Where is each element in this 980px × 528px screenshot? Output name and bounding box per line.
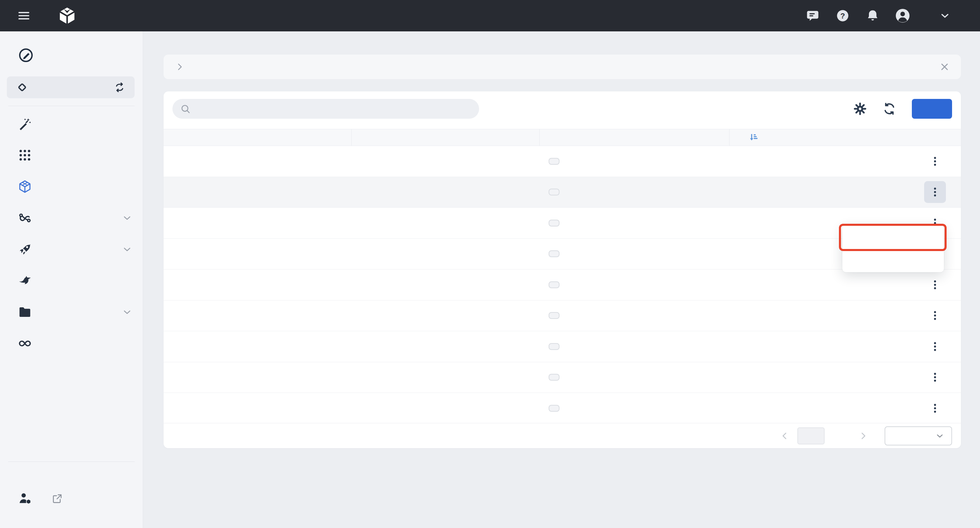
row-actions-button[interactable]	[924, 397, 946, 419]
pipeline-icon	[18, 211, 32, 225]
user-cube-icon	[18, 491, 33, 506]
wand-icon	[18, 116, 32, 131]
chevron-down-icon	[122, 244, 132, 255]
sidebar-footer	[0, 461, 143, 528]
refresh-icon[interactable]	[883, 102, 896, 116]
table-row[interactable]	[164, 393, 961, 424]
workbench-icon	[18, 47, 34, 64]
sidebar-item-project-management[interactable]	[0, 297, 143, 328]
close-icon[interactable]	[939, 61, 950, 72]
daocloud-logo	[57, 6, 83, 26]
toolbar	[164, 91, 961, 119]
pagination	[780, 426, 952, 445]
page-size-select[interactable]	[885, 426, 952, 445]
table-row[interactable]	[164, 239, 961, 270]
row-actions-button[interactable]	[924, 181, 946, 203]
grid-icon	[18, 148, 32, 162]
svg-text:?: ?	[840, 11, 845, 20]
sidebar-item-overview[interactable]	[0, 139, 143, 171]
label-tag	[549, 374, 560, 381]
table-row[interactable]	[164, 177, 961, 208]
search-input-wrap[interactable]	[172, 99, 479, 119]
workbench-header	[0, 31, 143, 64]
row-actions-button[interactable]	[924, 336, 946, 357]
gear-icon[interactable]	[853, 102, 867, 116]
label-tag	[549, 343, 560, 350]
label-tag	[549, 188, 560, 195]
menu-item-quota[interactable]	[842, 228, 944, 248]
menu-icon[interactable]	[13, 5, 35, 27]
column-header-cluster[interactable]	[351, 129, 539, 146]
table-row[interactable]	[164, 362, 961, 393]
label-tag	[549, 312, 560, 319]
row-actions-button[interactable]	[924, 150, 946, 172]
chevron-down-icon[interactable]	[937, 8, 953, 24]
chevron-right-icon	[175, 62, 185, 72]
daocloud-logo-icon	[57, 6, 77, 26]
row-actions-button[interactable]	[924, 366, 946, 388]
label-tag	[549, 405, 560, 412]
search-icon	[180, 103, 191, 114]
table-row[interactable]	[164, 146, 961, 177]
cell-labels	[539, 220, 729, 227]
next-page-icon[interactable]	[858, 431, 868, 441]
table-row[interactable]	[164, 331, 961, 362]
column-header-labels[interactable]	[539, 129, 729, 146]
workspace-icon	[16, 81, 29, 94]
table-row[interactable]	[164, 300, 961, 332]
cell-labels	[539, 343, 729, 350]
label-tag	[549, 158, 560, 165]
workspace-switcher[interactable]	[7, 77, 135, 98]
cell-labels	[539, 405, 729, 412]
menu-item-edit-labels[interactable]	[842, 248, 944, 269]
bird-icon	[18, 274, 32, 288]
column-header-created[interactable]	[729, 129, 887, 146]
cell-labels	[539, 374, 729, 381]
sort-descending-icon[interactable]	[748, 132, 759, 143]
label-tag	[549, 281, 560, 288]
row-actions-button[interactable]	[924, 305, 946, 326]
sidebar-item-wizard[interactable]	[0, 108, 143, 139]
platform-role-label	[0, 462, 143, 476]
breadcrumb	[164, 54, 961, 79]
table-body	[164, 146, 961, 424]
sidebar-item-pipelines[interactable]	[0, 202, 143, 234]
row-actions-button[interactable]	[924, 274, 946, 296]
avatar-icon[interactable]	[895, 8, 910, 24]
row-context-menu	[842, 225, 944, 272]
chevron-down-icon	[122, 212, 132, 223]
table-footer	[164, 423, 961, 448]
bell-icon[interactable]	[865, 8, 880, 24]
create-button[interactable]	[912, 99, 952, 119]
column-header-name[interactable]	[164, 129, 351, 146]
label-tag	[549, 220, 560, 227]
chevron-down-icon	[122, 306, 132, 317]
sidebar-item-workbench-management[interactable]	[0, 476, 143, 506]
table-row[interactable]	[164, 270, 961, 300]
cube-icon	[18, 179, 32, 194]
label-tag	[549, 250, 560, 257]
table-row[interactable]	[164, 208, 961, 239]
message-icon[interactable]	[805, 8, 821, 24]
swap-icon[interactable]	[113, 81, 126, 94]
prev-page-icon[interactable]	[780, 431, 790, 441]
namespace-card	[164, 91, 961, 448]
page-number-input[interactable]	[797, 428, 825, 444]
sidebar-item-gray-release[interactable]	[0, 265, 143, 297]
cell-labels	[539, 312, 729, 319]
column-header-actions	[887, 129, 961, 146]
infinity-icon	[18, 336, 32, 351]
sidebar	[0, 31, 143, 528]
sidebar-item-gitops[interactable]	[0, 234, 143, 265]
main-content	[143, 31, 980, 528]
folder-icon	[18, 305, 32, 319]
external-link-icon	[52, 493, 63, 504]
sidebar-item-namespaces[interactable]	[0, 171, 143, 202]
sidebar-item-toolchain[interactable]	[0, 328, 143, 359]
help-icon[interactable]: ?	[835, 8, 851, 24]
table-header	[164, 129, 961, 146]
cell-labels	[539, 188, 729, 195]
sidebar-nav	[0, 106, 143, 359]
search-input[interactable]	[196, 103, 463, 115]
chevron-down-icon	[935, 431, 945, 441]
